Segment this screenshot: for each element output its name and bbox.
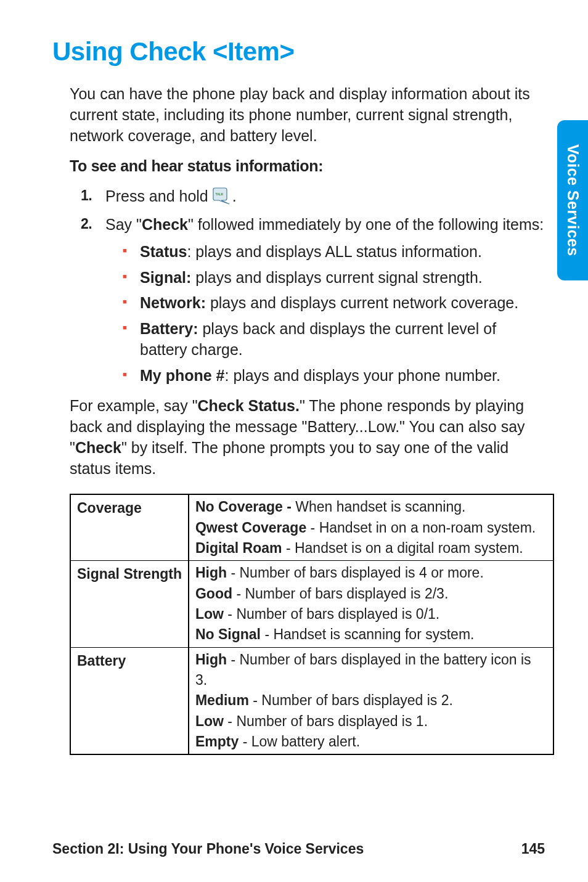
bullet-battery: Battery: plays back and displays the cur…: [123, 319, 545, 361]
steps-list: 1. Press and hold TALK. 2. Say "Check" f…: [81, 186, 545, 386]
cell-bold: High: [195, 651, 227, 668]
cell-bold: Empty: [195, 733, 239, 749]
svg-text:TALK: TALK: [215, 192, 223, 196]
cell-line: High - Number of bars displayed is 4 or …: [195, 563, 547, 583]
table-cell: High - Number of bars displayed is 4 or …: [189, 561, 553, 647]
cell-bold: Qwest Coverage: [195, 520, 306, 536]
cell-text: - Number of bars displayed is 2.: [249, 692, 453, 708]
step-number: 1.: [81, 186, 92, 205]
cell-bold: Medium: [195, 692, 249, 708]
cell-text: - Handset in on a non-roam system.: [306, 520, 536, 536]
bullet-list: Status: plays and displays ALL status in…: [123, 242, 545, 386]
intro-paragraph: You can have the phone play back and dis…: [70, 84, 545, 146]
step-2: 2. Say "Check" followed immediately by o…: [81, 214, 545, 386]
step-2-text-pre: Say ": [105, 216, 142, 233]
table-cell: High - Number of bars displayed in the b…: [189, 647, 553, 754]
cell-bold: No Signal: [195, 626, 261, 642]
table-label: Coverage: [70, 494, 189, 561]
footer-section: Section 2I: Using Your Phone's Voice Ser…: [52, 841, 364, 857]
table-row: Signal Strength High - Number of bars di…: [70, 561, 553, 647]
bullet-label: My phone #: [140, 367, 225, 384]
cell-line: Low - Number of bars displayed is 0/1.: [195, 604, 547, 624]
step-number: 2.: [81, 214, 92, 234]
table-row: Coverage No Coverage - When handset is s…: [70, 494, 553, 561]
cell-text: - Number of bars displayed is 0/1.: [224, 606, 439, 622]
subheading: To see and hear status information:: [70, 157, 545, 175]
bullet-status: Status: plays and displays ALL status in…: [123, 242, 545, 263]
side-tab: Voice Services: [557, 120, 588, 280]
cell-bold: Low: [195, 606, 224, 622]
cell-bold: Low: [195, 713, 224, 729]
step-2-text-post: " followed immediately by one of the fol…: [188, 216, 544, 233]
cell-text: - Handset is on a digital roam system.: [282, 540, 523, 556]
step-1-text-pre: Press and hold: [105, 187, 213, 205]
cell-bold: No Coverage -: [195, 499, 295, 515]
page: Voice Services Using Check <Item> You ca…: [0, 0, 588, 882]
cell-line: No Signal - Handset is scanning for syst…: [195, 624, 547, 645]
table-cell: No Coverage - When handset is scanning. …: [189, 494, 553, 561]
status-table: Coverage No Coverage - When handset is s…: [70, 494, 554, 755]
cell-line: Digital Roam - Handset is on a digital r…: [195, 538, 547, 558]
example-text: For example, say ": [70, 397, 198, 414]
cell-line: High - Number of bars displayed in the b…: [195, 650, 547, 691]
step-1: 1. Press and hold TALK.: [81, 186, 545, 207]
footer: Section 2I: Using Your Phone's Voice Ser…: [52, 841, 545, 857]
cell-text: - Number of bars displayed is 1.: [224, 713, 428, 729]
footer-page: 145: [521, 841, 545, 857]
table-label: Signal Strength: [70, 561, 189, 647]
bullet-text: : plays and displays your phone number.: [225, 367, 501, 384]
cell-line: Low - Number of bars displayed is 1.: [195, 711, 547, 732]
cell-line: No Coverage - When handset is scanning.: [195, 497, 547, 517]
cell-bold: Good: [195, 586, 232, 602]
table-label: Battery: [70, 647, 189, 754]
cell-text: - Number of bars displayed in the batter…: [195, 651, 531, 688]
side-tab-label: Voice Services: [564, 144, 582, 256]
cell-line: Empty - Low battery alert.: [195, 732, 547, 752]
talk-key-icon: TALK: [213, 187, 232, 205]
cell-line: Qwest Coverage - Handset in on a non-roa…: [195, 518, 547, 538]
bullet-myphone: My phone #: plays and displays your phon…: [123, 365, 545, 386]
table-row: Battery High - Number of bars displayed …: [70, 647, 553, 754]
cell-text: - Handset is scanning for system.: [261, 626, 474, 642]
page-heading: Using Check <Item>: [52, 37, 545, 67]
bullet-network: Network: plays and displays current netw…: [123, 293, 545, 314]
bullet-label: Status: [140, 243, 187, 260]
cell-text: - Low battery alert.: [239, 733, 360, 749]
bullet-signal: Signal: plays and displays current signa…: [123, 267, 545, 288]
step-1-text-post: .: [232, 187, 237, 205]
example-text: " by itself. The phone prompts you to sa…: [70, 439, 508, 477]
cell-line: Good - Number of bars displayed is 2/3.: [195, 584, 547, 604]
example-bold: Check Status.: [198, 397, 300, 414]
bullet-text: plays and displays current network cover…: [206, 294, 518, 311]
bullet-text: plays and displays current signal streng…: [191, 269, 482, 286]
step-2-bold: Check: [142, 216, 188, 233]
bullet-label: Battery:: [140, 320, 198, 337]
cell-line: Medium - Number of bars displayed is 2.: [195, 690, 547, 711]
cell-text: - Number of bars displayed is 2/3.: [232, 586, 448, 602]
bullet-label: Signal:: [140, 269, 191, 286]
cell-text: When handset is scanning.: [295, 499, 465, 515]
example-paragraph: For example, say "Check Status." The pho…: [70, 396, 545, 479]
bullet-text: : plays and displays ALL status informat…: [187, 243, 482, 260]
example-bold: Check: [75, 439, 121, 456]
cell-text: - Number of bars displayed is 4 or more.: [227, 565, 484, 581]
cell-bold: High: [195, 565, 227, 581]
bullet-label: Network:: [140, 294, 206, 311]
cell-bold: Digital Roam: [195, 540, 282, 556]
